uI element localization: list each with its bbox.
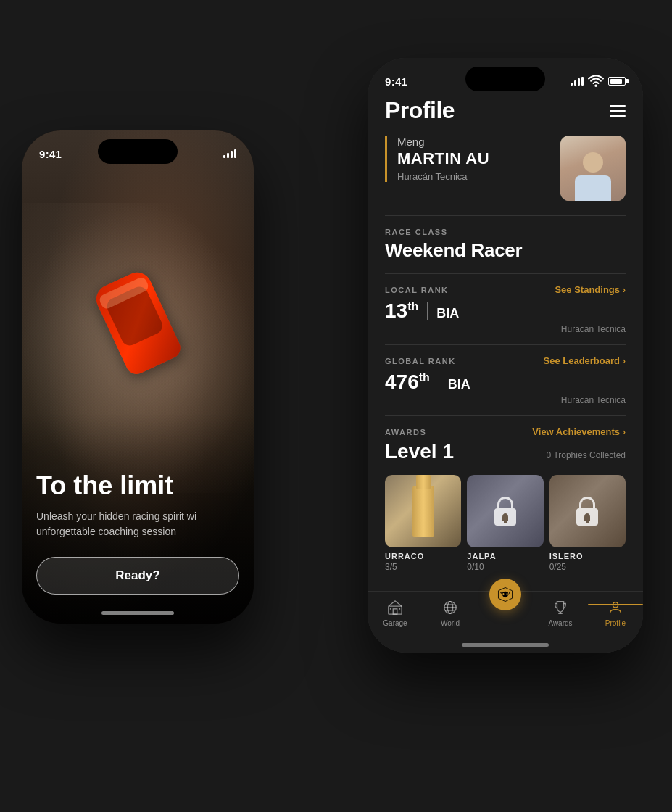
trophy-card-jalpa[interactable]: JALPA 0/10 [467, 475, 543, 572]
svg-rect-2 [393, 609, 397, 614]
lock-body [494, 508, 516, 526]
nav-item-world[interactable]: World [423, 599, 478, 627]
local-rank-row: 13th BIA [385, 299, 626, 323]
garage-icon [386, 599, 404, 616]
trophy-card-islero[interactable]: ISLERO 0/25 [549, 475, 626, 572]
lock-shackle [497, 497, 513, 508]
trophy-card-urraco[interactable]: URRACO 3/5 [385, 475, 461, 572]
phones-container: 9:41 Sk [0, 0, 672, 812]
local-rank-section: LOCAL RANK See Standings › 13th BIA Hura… [368, 274, 643, 344]
global-rank-number: 476th [385, 370, 430, 394]
status-icons-left [223, 149, 236, 158]
awards-section: AWARDS View Achievements › Level 1 0 Tro… [368, 416, 643, 579]
right-phone-content: 9:41 [368, 58, 643, 652]
nav-label-world: World [441, 619, 460, 627]
global-rank-header: GLOBAL RANK See Leaderboard › [385, 355, 626, 366]
nav-item-lamborghini[interactable] [478, 599, 533, 616]
nav-label-profile: Profile [605, 619, 626, 627]
status-icons-right [571, 73, 626, 89]
signal-icon-right [571, 77, 584, 86]
dynamic-island-right [465, 67, 545, 91]
global-rank-series: BIA [448, 377, 470, 392]
trophy-progress-jalpa: 0/10 [467, 562, 543, 572]
awards-header: AWARDS View Achievements › [385, 426, 626, 437]
local-rank-label: LOCAL RANK [385, 286, 449, 294]
svg-point-10 [502, 593, 504, 594]
view-achievements-text: View Achievements [532, 426, 620, 437]
lock-icon-islero [574, 497, 600, 526]
awards-label: AWARDS [385, 428, 426, 436]
trophy-image-urraco [385, 475, 461, 547]
profile-icon [607, 599, 624, 616]
trophy-name-urraco: URRACO [385, 552, 461, 560]
trophy-urraco-visual [385, 475, 461, 547]
svg-point-0 [594, 85, 597, 87]
home-indicator-left [101, 611, 174, 615]
profile-header: Profile [368, 94, 643, 136]
nav-item-profile[interactable]: Profile [588, 599, 643, 627]
global-rank-row: 476th BIA [385, 370, 626, 394]
active-tab-indicator [588, 604, 643, 605]
avatar-body [575, 175, 611, 201]
race-class-value: Weekend Racer [385, 239, 626, 262]
awards-icon [552, 599, 569, 616]
time-left: 9:41 [39, 148, 62, 160]
hero-subtitle: Unleash your hidden racing spirit wi unf… [36, 509, 239, 539]
user-first-name: Meng [397, 136, 549, 148]
lock-keyhole-islero [584, 513, 590, 521]
global-rank-divider [439, 373, 439, 391]
signal-icon-left [223, 149, 236, 158]
local-rank-subtitle: Huracán Tecnica [385, 324, 626, 334]
chevron-right-icon-2: › [623, 356, 626, 366]
trophy-pillar [412, 486, 434, 536]
hero-title: To the limit [36, 471, 239, 500]
see-standings-text: See Standings [555, 284, 620, 295]
home-indicator-right [462, 643, 549, 647]
lock-keyhole [502, 513, 508, 521]
page-title: Profile [385, 97, 455, 124]
nav-item-garage[interactable]: Garage [368, 599, 423, 627]
trophy-image-islero [549, 475, 626, 547]
trophy-progress-islero: 0/25 [549, 562, 626, 572]
user-last-name: MARTIN AU [397, 149, 549, 168]
user-car: Huracán Tecnica [397, 171, 549, 182]
trophy-image-jalpa [467, 475, 543, 547]
see-standings-link[interactable]: See Standings › [555, 284, 626, 295]
world-icon [441, 599, 459, 616]
left-bottom-content: To the limit Unleash your hidden racing … [22, 413, 254, 624]
nav-item-awards[interactable]: Awards [533, 599, 588, 627]
nav-label-awards: Awards [548, 619, 572, 627]
profile-card: Meng MARTIN AU Huracán Tecnica [368, 136, 643, 215]
phone-right: 9:41 [368, 58, 643, 652]
race-class-label: RACE CLASS [385, 228, 626, 236]
time-right: 9:41 [385, 75, 407, 88]
race-class-section: RACE CLASS Weekend Racer [368, 216, 643, 273]
profile-info: Meng MARTIN AU Huracán Tecnica [385, 136, 549, 182]
lock-body-islero [576, 508, 598, 526]
see-leaderboard-link[interactable]: See Leaderboard › [544, 355, 626, 366]
chevron-right-icon: › [623, 285, 626, 295]
left-phone-content: 9:41 Sk [22, 130, 254, 624]
avatar-head [583, 152, 603, 173]
lock-shackle-islero [579, 497, 595, 508]
local-rank-number: 13th [385, 299, 418, 323]
dynamic-island-left [98, 139, 178, 164]
global-rank-subtitle: Huracán Tecnica [385, 395, 626, 405]
trophy-name-islero: ISLERO [549, 552, 626, 560]
global-rank-section: GLOBAL RANK See Leaderboard › 476th BIA … [368, 345, 643, 415]
global-rank-label: GLOBAL RANK [385, 357, 456, 365]
avatar-person [575, 152, 611, 201]
view-achievements-link[interactable]: View Achievements › [532, 426, 626, 437]
chevron-right-icon-3: › [623, 427, 626, 437]
ready-button-label: Ready? [115, 568, 159, 583]
battery-icon-right [608, 77, 626, 86]
ready-button[interactable]: Ready? [36, 557, 239, 594]
lock-icon-jalpa [492, 497, 518, 526]
menu-icon[interactable] [610, 105, 626, 117]
svg-rect-1 [389, 606, 402, 614]
local-rank-series: BIA [436, 306, 459, 321]
see-leaderboard-text: See Leaderboard [544, 355, 621, 366]
lamborghini-logo [496, 585, 515, 604]
rank-divider [427, 302, 428, 320]
svg-point-11 [507, 593, 508, 594]
